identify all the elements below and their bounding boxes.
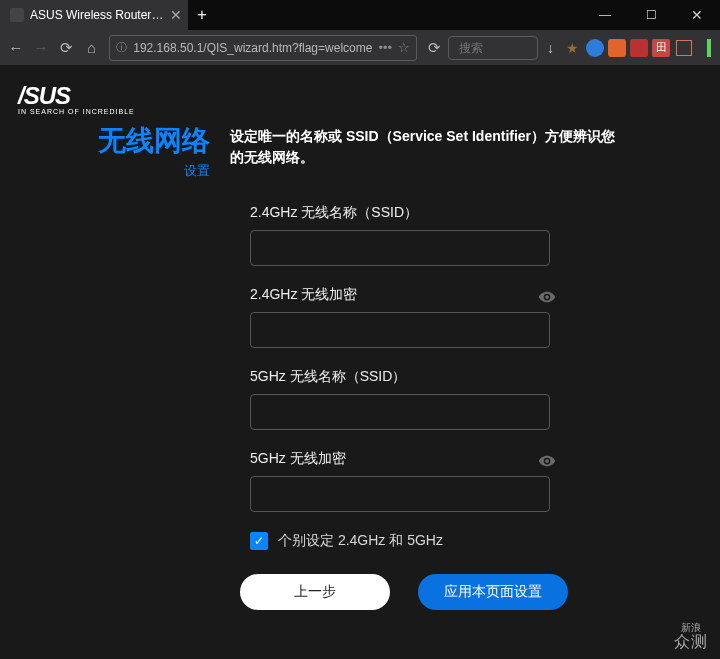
nav-home-button[interactable]: ⌂ — [80, 34, 103, 62]
password-5-label: 5GHz 无线加密 — [250, 450, 618, 468]
tab-title: ASUS Wireless Router RT-AX56 — [30, 8, 164, 22]
password-5-input[interactable] — [250, 476, 550, 512]
extension-red-icon[interactable] — [629, 35, 649, 61]
extension-box-icon[interactable]: 田 — [651, 35, 671, 61]
browser-titlebar: ASUS Wireless Router RT-AX56 ✕ + — ☐ ✕ — [0, 0, 720, 30]
nav-forward-button[interactable]: → — [29, 34, 52, 62]
ssid-5-input[interactable] — [250, 394, 550, 430]
separate-bands-label: 个别设定 2.4GHz 和 5GHz — [278, 532, 443, 550]
page-title: 无线网络 — [98, 122, 210, 160]
wireless-form: 2.4GHz 无线名称（SSID） 2.4GHz 无线加密 5GHz 无线名称（… — [250, 204, 618, 610]
url-text: 192.168.50.1/QIS_wizard.htm?flag=welcome — [133, 41, 372, 55]
browser-tab[interactable]: ASUS Wireless Router RT-AX56 ✕ — [0, 0, 188, 30]
site-info-icon[interactable]: ⓘ — [116, 40, 127, 55]
url-box[interactable]: ⓘ 192.168.50.1/QIS_wizard.htm?flag=welco… — [109, 35, 417, 61]
previous-button[interactable]: 上一步 — [240, 574, 390, 610]
window-close-button[interactable]: ✕ — [674, 0, 720, 30]
password-24-input[interactable] — [250, 312, 550, 348]
page-subtitle: 设置 — [98, 162, 210, 180]
logo-tagline: IN SEARCH OF INCREDIBLE — [18, 108, 135, 115]
bookmark-star-icon[interactable]: ☆ — [398, 40, 410, 55]
nav-reload-button[interactable]: ⟳ — [55, 34, 78, 62]
ssid-24-input[interactable] — [250, 230, 550, 266]
ssid-5-label: 5GHz 无线名称（SSID） — [250, 368, 618, 386]
apply-button[interactable]: 应用本页面设置 — [418, 574, 568, 610]
logo-brand: /SUS — [18, 82, 135, 110]
watermark-line1: 新浪 — [674, 622, 708, 633]
section-header: 无线网络 设置 设定唯一的名称或 SSID（Service Set Identi… — [98, 122, 618, 180]
watermark-line2: 众测 — [674, 633, 708, 651]
extension-orange-icon[interactable] — [607, 35, 627, 61]
close-tab-icon[interactable]: ✕ — [170, 7, 182, 23]
download-icon[interactable]: ↓ — [540, 35, 560, 61]
password-24-label: 2.4GHz 无线加密 — [250, 286, 618, 304]
window-minimize-button[interactable]: — — [582, 0, 628, 30]
search-input[interactable] — [448, 36, 538, 60]
url-more-icon[interactable]: ••• — [378, 40, 392, 55]
show-password-5-icon[interactable] — [536, 450, 558, 472]
separate-bands-checkbox[interactable]: ✓ — [250, 532, 268, 550]
extension-outline-icon[interactable] — [674, 35, 694, 61]
extension-star-icon[interactable]: ★ — [563, 35, 583, 61]
page-content: /SUS IN SEARCH OF INCREDIBLE 无线网络 设置 设定唯… — [0, 66, 720, 659]
new-tab-button[interactable]: + — [188, 0, 216, 30]
nav-back-button[interactable]: ← — [4, 34, 27, 62]
extension-green-icon[interactable] — [696, 35, 716, 61]
extension-sphere-icon[interactable] — [585, 35, 605, 61]
asus-logo: /SUS IN SEARCH OF INCREDIBLE — [18, 82, 135, 115]
browser-urlbar: ← → ⟳ ⌂ ⓘ 192.168.50.1/QIS_wizard.htm?fl… — [0, 30, 720, 66]
page-description: 设定唯一的名称或 SSID（Service Set Identifier）方便辨… — [230, 122, 618, 180]
watermark: 新浪 众测 — [674, 622, 708, 651]
window-maximize-button[interactable]: ☐ — [628, 0, 674, 30]
show-password-24-icon[interactable] — [536, 286, 558, 308]
ssid-24-label: 2.4GHz 无线名称（SSID） — [250, 204, 618, 222]
nav-reload-2-button[interactable]: ⟳ — [423, 34, 446, 62]
favicon — [10, 8, 24, 22]
